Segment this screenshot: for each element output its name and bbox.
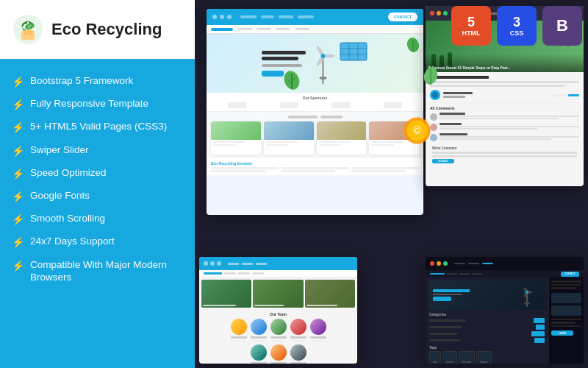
lightning-icon-3: ⚡ xyxy=(12,144,24,158)
team-members xyxy=(203,319,354,342)
bl-dot-2 xyxy=(210,261,215,266)
dark-page-content: Categories xyxy=(426,277,584,364)
svg-point-28 xyxy=(526,291,528,294)
br-dot-3 xyxy=(443,261,448,266)
bs-number: B xyxy=(556,18,568,34)
svg-rect-12 xyxy=(340,43,367,60)
dot-1 xyxy=(212,15,217,19)
feature-label-3: Swiper Slider xyxy=(30,144,89,157)
lightning-icon-1: ⚡ xyxy=(12,98,24,111)
team-section: Our Team xyxy=(199,310,357,364)
services-section: Eco Recycling Services xyxy=(207,158,423,175)
svg-point-7 xyxy=(320,77,327,79)
features-list: ⚡ Bootstrap 5 Framework ⚡ Fully Responsi… xyxy=(0,59,195,295)
logo-icon xyxy=(12,13,44,46)
bl-dot-3 xyxy=(217,261,221,266)
left-panel: Eco Recycling ⚡ Bootstrap 5 Framework ⚡ … xyxy=(0,0,195,368)
cards-section xyxy=(207,112,423,158)
feature-label-0: Bootstrap 5 Framework xyxy=(30,74,133,88)
html-label: HTML xyxy=(462,30,481,37)
br-dot-1 xyxy=(430,261,434,266)
main-screenshot: CONTACT xyxy=(207,9,423,215)
blog-hero-text: 5 Secrets About 13 Simple Steps to Stop … xyxy=(429,66,511,70)
feature-label-1: Fully Responsive Template xyxy=(30,97,148,110)
bottom-left-header xyxy=(199,257,357,270)
main-screenshot-header: CONTACT xyxy=(207,9,423,25)
dot-3 xyxy=(227,15,232,19)
team-member-7 xyxy=(270,344,287,364)
feature-responsive: ⚡ Fully Responsive Template xyxy=(12,93,183,115)
sponsors-section: Our Sponsors xyxy=(207,93,423,112)
screenshots-area: 5 HTML 3 CSS B xyxy=(195,0,588,368)
blog-hero-overlay: 5 Secrets About 13 Simple Steps to Stop … xyxy=(426,54,584,72)
feature-fonts: ⚡ Google Fonts xyxy=(12,185,183,207)
bottom-left-nav xyxy=(199,270,357,277)
feature-scroll: ⚡ Smooth Scrolling xyxy=(12,208,183,230)
team-members-row2 xyxy=(203,344,354,364)
right-panel: 5 HTML 3 CSS B xyxy=(195,0,588,368)
team-member-6 xyxy=(251,344,267,364)
css3-badge: 3 CSS xyxy=(497,6,537,46)
lightning-icon-5: ⚡ xyxy=(12,190,24,203)
feature-label-2: 5+ HTML5 Valid Pages (CSS3) xyxy=(30,120,167,133)
html5-badge: 5 HTML xyxy=(451,6,491,46)
team-member-4 xyxy=(290,319,306,342)
lightning-icon-8: ⚡ xyxy=(12,259,24,272)
br-dot-2 xyxy=(437,261,441,266)
svg-point-24 xyxy=(524,302,530,304)
feature-swiper: ⚡ Swiper Slider xyxy=(12,140,183,161)
lightning-icon-0: ⚡ xyxy=(12,75,24,88)
bottom-left-screenshot: Our Team xyxy=(199,257,357,364)
write-comment: Write Comment SUBMIT xyxy=(430,144,579,166)
image-grid xyxy=(199,277,357,310)
comment-1 xyxy=(430,113,579,121)
main-nav-bar xyxy=(207,25,423,34)
blog-dot-2 xyxy=(437,11,441,15)
team-member-2 xyxy=(251,319,267,342)
tags: Eco Green Recycle Nature xyxy=(429,351,545,364)
blog-content: All Comments xyxy=(426,72,584,169)
bl-dot-1 xyxy=(204,261,208,266)
comment-3 xyxy=(430,133,579,141)
tech-badges: 5 HTML 3 CSS B xyxy=(451,6,582,46)
main-hero xyxy=(207,34,423,93)
feature-speed: ⚡ Speed Optimized xyxy=(12,163,183,184)
comment-2 xyxy=(430,123,579,131)
bottom-right-header xyxy=(426,257,584,270)
dot-2 xyxy=(220,15,224,19)
main-container: Eco Recycling ⚡ Bootstrap 5 Framework ⚡ … xyxy=(0,0,588,368)
feature-browsers: ⚡ Compatible With Major Modern Browsers xyxy=(12,255,183,288)
feature-label-8: Compatible With Major Modern Browsers xyxy=(30,258,183,284)
team-member-3 xyxy=(270,319,287,342)
bottom-right-nav: CONTACT xyxy=(426,270,584,277)
team-member-8 xyxy=(290,344,306,364)
lightning-icon-7: ⚡ xyxy=(12,236,24,249)
css-label: CSS xyxy=(510,30,524,37)
lightning-icon-6: ⚡ xyxy=(12,213,24,226)
feature-label-4: Speed Optimized xyxy=(30,166,107,180)
lightning-icon-4: ⚡ xyxy=(12,167,24,180)
team-member-1 xyxy=(231,319,247,342)
blog-dot-1 xyxy=(430,11,434,15)
css-number: 3 xyxy=(513,15,520,29)
dark-sidebar: LEARN xyxy=(548,277,584,364)
feature-label-7: 24x7 Days Support xyxy=(30,235,115,248)
svg-point-11 xyxy=(321,54,326,58)
lightning-icon-2: ⚡ xyxy=(12,121,24,134)
feature-label-6: Smooth Scrolling xyxy=(30,212,105,225)
category-list xyxy=(429,318,545,343)
html-number: 5 xyxy=(467,15,475,29)
comments-list xyxy=(430,113,579,141)
logo-text: Eco Recycling xyxy=(51,20,162,39)
feature-support: ⚡ 24x7 Days Support xyxy=(12,231,183,252)
feature-label-5: Google Fonts xyxy=(30,189,90,202)
feature-bootstrap: ⚡ Bootstrap 5 Framework xyxy=(12,71,183,92)
bootstrap-badge: B xyxy=(542,6,582,46)
blog-dot-3 xyxy=(443,11,448,15)
logo-area: Eco Recycling xyxy=(0,0,195,59)
feature-html5: ⚡ 5+ HTML5 Valid Pages (CSS3) xyxy=(12,116,183,138)
team-member-5 xyxy=(310,319,326,342)
bottom-right-screenshot: CONTACT xyxy=(426,257,584,364)
